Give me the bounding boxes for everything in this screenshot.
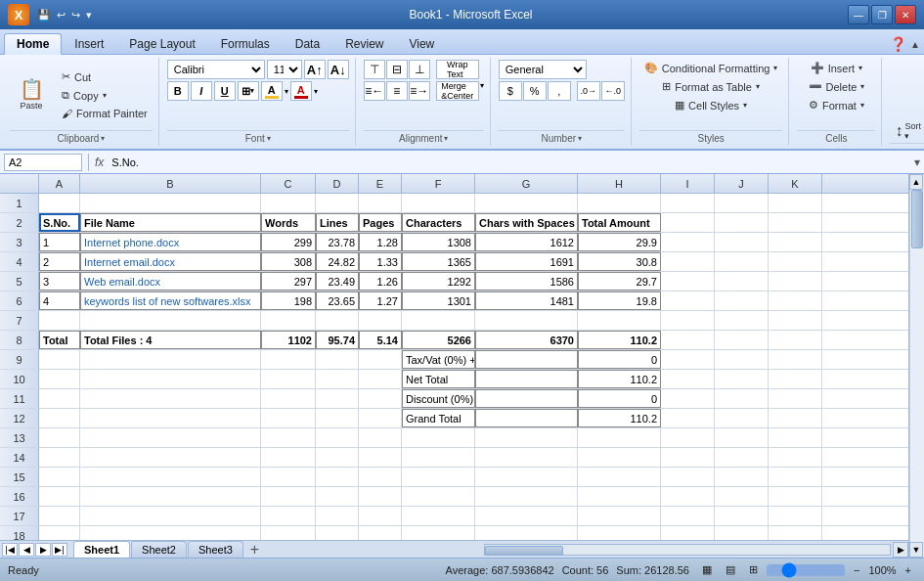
undo-button[interactable]: ↩ (55, 7, 67, 23)
cell-c11[interactable] (261, 389, 316, 408)
tab-home[interactable]: Home (4, 33, 62, 55)
name-box[interactable]: A2 (4, 154, 82, 171)
cell-k12[interactable] (769, 409, 822, 427)
cell-h1[interactable] (578, 194, 661, 212)
cell-c8[interactable]: 1102 (261, 331, 316, 349)
copy-button[interactable]: ⧉Copy▾ (57, 87, 153, 104)
cell-f6[interactable]: 1301 (402, 291, 475, 310)
number-expand-icon[interactable]: ▾ (578, 134, 582, 143)
cell-e2[interactable]: Pages (359, 213, 402, 232)
cell-a1[interactable] (39, 194, 80, 212)
format-painter-button[interactable]: 🖌Format Painter (57, 106, 153, 121)
cell-a11[interactable] (39, 389, 80, 408)
horizontal-scroll-thumb[interactable] (485, 546, 563, 556)
cell-c7[interactable] (261, 311, 316, 330)
cell-h8[interactable]: 110.2 (578, 331, 661, 349)
cell-a12[interactable] (39, 409, 80, 427)
cell-i10[interactable] (661, 370, 715, 388)
cell-d3[interactable]: 23.78 (316, 233, 359, 251)
align-bottom-button[interactable]: ⊥ (409, 60, 430, 79)
row-header-3[interactable]: 3 (0, 233, 39, 252)
cell-c6[interactable]: 198 (261, 291, 316, 310)
align-middle-button[interactable]: ⊟ (386, 60, 408, 79)
row-header-16[interactable]: 16 (0, 487, 39, 507)
save-button[interactable]: 💾 (35, 7, 53, 23)
wrap-text-button[interactable]: WrapText (436, 60, 479, 79)
tab-first-button[interactable]: |◀ (2, 543, 18, 557)
cell-b4[interactable]: Internet email.docx (80, 252, 261, 271)
tab-last-button[interactable]: ▶| (52, 543, 67, 557)
tab-data[interactable]: Data (283, 32, 332, 54)
cell-j6[interactable] (715, 291, 769, 310)
col-header-h[interactable]: H (578, 174, 661, 193)
cell-g9[interactable] (475, 350, 578, 369)
row-header-1[interactable]: 1 (0, 194, 39, 213)
cell-k7[interactable] (769, 311, 822, 330)
font-expand-icon[interactable]: ▾ (267, 134, 271, 143)
cell-h11[interactable]: 0 (578, 389, 661, 408)
cell-f9[interactable]: Tax/Vat (0%) + (402, 350, 475, 369)
cell-g4[interactable]: 1691 (475, 252, 578, 271)
cell-j11[interactable] (715, 389, 769, 408)
zoom-in-button[interactable]: + (901, 562, 916, 578)
cell-k8[interactable] (769, 331, 822, 349)
cell-j9[interactable] (715, 350, 769, 369)
cell-f11[interactable]: Discount (0%) - (402, 389, 475, 408)
vertical-scrollbar[interactable]: ▲ ▼ (908, 174, 924, 558)
cell-f3[interactable]: 1308 (402, 233, 475, 251)
cell-b2[interactable]: File Name (80, 213, 261, 232)
border-button[interactable]: ⊞▾ (238, 81, 259, 101)
sheet-tab-sheet1[interactable]: Sheet1 (73, 541, 130, 559)
sheet-tab-sheet2[interactable]: Sheet2 (131, 541, 187, 558)
col-header-c[interactable]: C (261, 174, 316, 193)
percent-button[interactable]: % (523, 81, 547, 101)
customize-quick-access[interactable]: ▾ (84, 7, 94, 23)
maximize-button[interactable]: ❐ (871, 5, 893, 24)
row-header-8[interactable]: 8 (0, 331, 39, 350)
cell-c4[interactable]: 308 (261, 252, 316, 271)
cell-g11[interactable] (475, 389, 578, 408)
cell-d5[interactable]: 23.49 (316, 272, 359, 290)
paste-button[interactable]: 📋 Paste (10, 76, 53, 113)
cell-b10[interactable] (80, 370, 261, 388)
tab-next-button[interactable]: ▶ (35, 543, 51, 557)
cell-k1[interactable] (769, 194, 822, 212)
cell-k10[interactable] (769, 370, 822, 388)
cell-d13[interactable] (316, 428, 359, 447)
cell-i4[interactable] (661, 252, 715, 271)
cell-i5[interactable] (661, 272, 715, 290)
decrease-font-size-button[interactable]: A↓ (328, 60, 349, 79)
cell-d7[interactable] (316, 311, 359, 330)
row-header-2[interactable]: 2 (0, 213, 39, 233)
italic-button[interactable]: I (191, 81, 212, 101)
cell-e4[interactable]: 1.33 (359, 252, 402, 271)
cell-i7[interactable] (661, 311, 715, 330)
cell-g13[interactable] (475, 428, 578, 447)
cell-k11[interactable] (769, 389, 822, 408)
row-header-6[interactable]: 6 (0, 291, 39, 311)
conditional-formatting-button[interactable]: 🎨 Conditional Formatting ▾ (639, 60, 783, 76)
cell-i1[interactable] (661, 194, 715, 212)
cell-c13[interactable] (261, 428, 316, 447)
insert-button[interactable]: ➕ Insert ▾ (806, 60, 868, 76)
cell-b6[interactable]: keywords list of new softwares.xlsx (80, 291, 261, 310)
cell-c1[interactable] (261, 194, 316, 212)
cell-h5[interactable]: 29.7 (578, 272, 661, 290)
cell-e13[interactable] (359, 428, 402, 447)
redo-button[interactable]: ↪ (69, 7, 82, 23)
fill-color-arrow[interactable]: ▾ (285, 87, 288, 96)
cell-d2[interactable]: Lines (316, 213, 359, 232)
cell-j8[interactable] (715, 331, 769, 349)
cell-e8[interactable]: 5.14 (359, 331, 402, 349)
cell-c9[interactable] (261, 350, 316, 369)
scroll-up-button[interactable]: ▲ (909, 174, 923, 190)
cell-k2[interactable] (769, 213, 822, 232)
cell-i3[interactable] (661, 233, 715, 251)
cell-g7[interactable] (475, 311, 578, 330)
cell-a2[interactable]: S.No. (39, 213, 80, 232)
col-header-k[interactable]: K (769, 174, 822, 193)
cell-h10[interactable]: 110.2 (578, 370, 661, 388)
font-color-arrow[interactable]: ▾ (314, 87, 318, 96)
page-break-view-button[interactable]: ⊞ (744, 561, 763, 578)
cell-d4[interactable]: 24.82 (316, 252, 359, 271)
